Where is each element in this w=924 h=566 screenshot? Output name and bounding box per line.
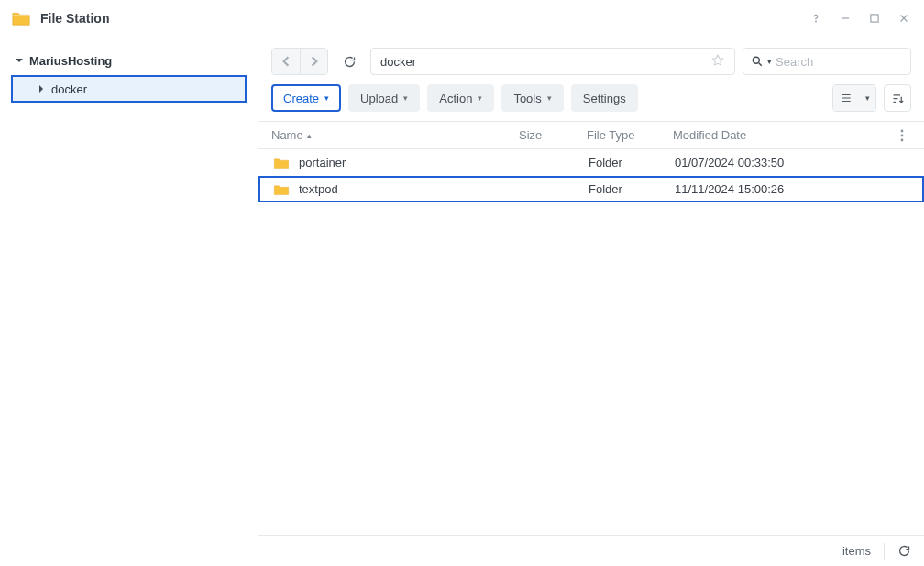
items-label: items: [842, 544, 871, 558]
column-header-name-label: Name: [271, 128, 303, 142]
navigation-bar: ▾: [258, 37, 924, 81]
file-modified: 11/11/2024 15:00:26: [675, 182, 909, 196]
maximize-button[interactable]: [864, 7, 886, 29]
tree-child-label: docker: [51, 82, 87, 96]
action-toolbar: Create ▾ Upload ▾ Action ▾ Tools ▾ Setti…: [258, 81, 924, 121]
chevron-down-icon: ▾: [478, 93, 482, 103]
upload-button-label: Upload: [360, 92, 398, 105]
file-type: Folder: [588, 156, 675, 169]
svg-point-0: [816, 21, 817, 22]
column-header-type-label: File Type: [587, 128, 635, 142]
column-header-size[interactable]: Size: [519, 128, 587, 142]
caret-down-icon: [13, 56, 26, 65]
content-pane: ▾ Create ▾ Upload ▾ Action ▾ Tools ▾: [258, 37, 924, 566]
settings-button-label: Settings: [583, 92, 626, 105]
view-mode-group: ▾: [832, 84, 876, 112]
help-button[interactable]: [805, 7, 827, 29]
column-header-type[interactable]: File Type: [587, 128, 673, 142]
main-area: MariusHosting docker: [0, 37, 924, 566]
folder-icon: [273, 157, 290, 169]
table-header: Name ▴ Size File Type Modified Date: [258, 122, 924, 149]
file-table: Name ▴ Size File Type Modified Date port…: [258, 121, 924, 535]
refresh-button[interactable]: [336, 48, 363, 75]
caret-right-icon: [35, 84, 48, 93]
sidebar: MariusHosting docker: [0, 37, 258, 566]
search-icon[interactable]: [751, 55, 764, 68]
sort-button[interactable]: [884, 84, 911, 112]
action-button-label: Action: [439, 92, 472, 105]
svg-point-4: [901, 129, 904, 132]
folder-tree: MariusHosting docker: [0, 48, 258, 103]
search-dropdown-icon[interactable]: ▾: [767, 57, 772, 66]
window-title: File Station: [40, 11, 109, 26]
svg-rect-2: [871, 14, 878, 21]
tree-root-label: MariusHosting: [29, 54, 112, 68]
upload-button[interactable]: Upload ▾: [348, 84, 420, 112]
file-type: Folder: [588, 182, 675, 196]
sort-asc-icon: ▴: [307, 131, 312, 140]
settings-button[interactable]: Settings: [571, 84, 638, 112]
table-row[interactable]: textpodFolder11/11/2024 15:00:26: [258, 176, 924, 202]
column-header-modified-label: Modified Date: [673, 128, 746, 142]
column-header-modified[interactable]: Modified Date: [673, 128, 893, 142]
chevron-down-icon: ▾: [324, 93, 329, 103]
table-body: portainerFolder01/07/2024 00:33:50textpo…: [258, 149, 924, 202]
favorite-star-icon[interactable]: [707, 53, 729, 71]
action-button[interactable]: Action ▾: [427, 84, 494, 112]
back-button[interactable]: [272, 49, 300, 74]
divider: [884, 543, 885, 560]
column-header-size-label: Size: [519, 128, 542, 142]
create-button-label: Create: [283, 92, 319, 105]
file-name: portainer: [299, 156, 346, 169]
view-mode-dropdown[interactable]: ▾: [859, 85, 875, 111]
chevron-down-icon: ▾: [547, 93, 552, 103]
forward-button[interactable]: [300, 49, 327, 74]
column-header-name[interactable]: Name ▴: [271, 128, 519, 142]
svg-point-5: [901, 134, 904, 136]
tools-button-label: Tools: [513, 92, 541, 105]
titlebar: File Station: [0, 0, 924, 37]
tree-root-node[interactable]: MariusHosting: [6, 48, 252, 73]
folder-icon: [273, 183, 290, 196]
list-view-button[interactable]: [833, 85, 859, 111]
column-options-button[interactable]: [893, 129, 911, 142]
svg-point-6: [901, 138, 904, 141]
svg-rect-1: [842, 17, 849, 18]
table-row[interactable]: portainerFolder01/07/2024 00:33:50: [258, 149, 924, 176]
status-bar: items: [258, 535, 924, 566]
chevron-down-icon: ▾: [403, 93, 408, 103]
close-button[interactable]: [893, 7, 915, 29]
tree-child-docker[interactable]: docker: [11, 75, 247, 103]
minimize-button[interactable]: [834, 7, 856, 29]
search-input[interactable]: [776, 55, 924, 69]
path-field-container: [370, 48, 735, 75]
create-button[interactable]: Create ▾: [271, 84, 341, 112]
footer-refresh-button[interactable]: [897, 544, 911, 558]
svg-point-3: [753, 57, 759, 63]
search-box: ▾: [742, 48, 911, 75]
history-nav-group: [271, 48, 328, 75]
app-icon: [11, 8, 31, 28]
file-modified: 01/07/2024 00:33:50: [675, 156, 909, 169]
path-input[interactable]: [380, 55, 707, 69]
file-name: textpod: [299, 182, 338, 196]
tools-button[interactable]: Tools ▾: [501, 84, 563, 112]
